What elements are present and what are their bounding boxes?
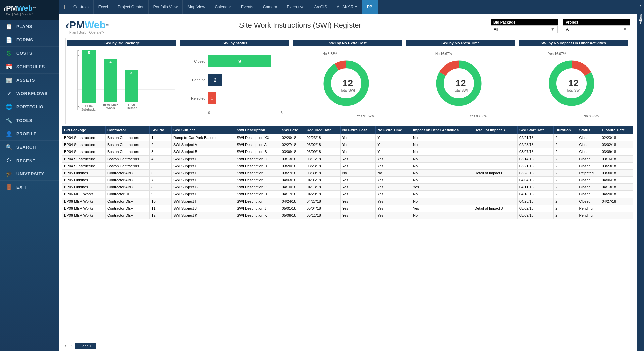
table-cell: SWI Description I <box>235 198 280 205</box>
nav-map-view[interactable]: Map View <box>183 0 210 14</box>
table-cell: SWI Description E <box>235 170 280 177</box>
table-cell: SWI Subject F <box>171 177 235 184</box>
no-label-time: No 16.67% <box>435 52 452 56</box>
table-row[interactable]: BP05 FinishesContractor ABC7SWI Subject … <box>62 177 633 184</box>
status-pending-bar: 2 <box>208 74 282 86</box>
sidebar-item-portfolio[interactable]: 🌐 PORTFOLIO <box>0 100 59 114</box>
nav-portfolio-view[interactable]: Portfolio View <box>149 0 183 14</box>
status-closed-bar: 9 <box>208 55 282 67</box>
table-cell: SWI Subject H <box>171 191 235 198</box>
sidebar-item-search[interactable]: 🔍 SEARCH <box>0 141 59 154</box>
col-no-extra-cost: No Extra Cost <box>340 126 376 134</box>
table-cell: Yes <box>340 177 376 184</box>
col-duration: Duration <box>554 126 577 134</box>
table-cell: Yes <box>340 205 376 212</box>
table-row[interactable]: BP06 MEP WorksContractor DEF11SWI Subjec… <box>62 205 633 212</box>
collapse-icon[interactable]: › <box>640 0 641 11</box>
sidebar-item-recent[interactable]: ⏱ RECENT <box>0 154 59 167</box>
table-row[interactable]: BP05 FinishesContractor ABC8SWI Subject … <box>62 184 633 191</box>
table-cell: 5 <box>150 163 172 170</box>
table-cell: 2 <box>554 163 577 170</box>
table-cell: SWI Subject I <box>171 198 235 205</box>
sidebar-item-university-label: UNIVERSITY <box>16 171 44 176</box>
sidebar-item-tools-label: TOOLS <box>16 118 32 123</box>
col-swi-no: SWI No. <box>150 126 172 134</box>
table-cell: Boston Contractors <box>106 163 150 170</box>
nav-controls[interactable]: Controls <box>69 0 94 14</box>
table-row[interactable]: BP04 SubstructureBoston Contractors5SWI … <box>62 163 633 170</box>
table-row[interactable]: BP05 FinishesContractor ABC6SWI Subject … <box>62 170 633 177</box>
filters-label[interactable]: Filters <box>638 11 642 28</box>
sidebar-item-costs[interactable]: 💲 COSTS <box>0 47 59 60</box>
prev-page-button[interactable]: ‹ <box>62 343 69 349</box>
exit-icon: 🚪 <box>5 184 13 190</box>
status-pending-fill: 2 <box>208 74 222 86</box>
info-icon[interactable]: ℹ <box>60 4 69 10</box>
bid-package-filter: Bid Package All ▼ <box>491 19 558 33</box>
table-row[interactable]: BP06 MEP WorksContractor DEF12SWI Subjec… <box>62 212 633 219</box>
nav-pbi[interactable]: PBI <box>362 0 378 14</box>
nav-executive[interactable]: Executive <box>282 0 309 14</box>
bar-bp06: 4 BP06 MEPWorks <box>103 59 118 110</box>
sidebar-item-tools[interactable]: 🔧 TOOLS <box>0 114 59 127</box>
bar-bp04: 5 BP04Substruct... <box>81 50 97 111</box>
table-cell: Closed <box>577 148 600 156</box>
sidebar-item-plans[interactable]: 📋 PLANS <box>0 20 59 33</box>
table-row[interactable]: BP04 SubstructureBoston Contractors4SWI … <box>62 156 633 163</box>
chart-no-extra-cost-title: SWI by No Extra Cost <box>293 40 402 46</box>
table-row[interactable]: BP06 MEP WorksContractor DEF10SWI Subjec… <box>62 198 633 205</box>
sidebar-item-exit[interactable]: 🚪 EXIT <box>0 181 59 194</box>
nav-arcgis[interactable]: ArcGIS <box>309 0 332 14</box>
table-cell: No <box>411 163 473 170</box>
table-row[interactable]: BP04 SubstructureBoston Contractors1Ramp… <box>62 134 633 141</box>
page-tab[interactable]: Page 1 <box>75 343 96 349</box>
sidebar-item-profile[interactable]: 👤 PROFILE <box>0 127 59 141</box>
table-cell: Contractor DEF <box>106 191 150 198</box>
table-cell: Boston Contractors <box>106 141 150 148</box>
table-row[interactable]: BP04 SubstructureBoston Contractors2SWI … <box>62 141 633 148</box>
table-cell: SWI Subject C <box>171 156 235 163</box>
bar-chart-inner: 420 5 BP04Substruct... <box>77 50 175 110</box>
nav-al-akaria[interactable]: AL AKARIA <box>332 0 362 14</box>
table-row[interactable]: BP04 SubstructureBoston Contractors3SWI … <box>62 148 633 156</box>
col-swi-description: SWI Description <box>235 126 280 134</box>
nav-camera[interactable]: Camera <box>258 0 282 14</box>
table-cell: SWI Subject E <box>171 170 235 177</box>
bid-package-select[interactable]: All ▼ <box>491 25 558 33</box>
table-cell: BP04 Substructure <box>62 134 106 141</box>
table-cell: Detail of Impact E <box>473 170 517 177</box>
table-cell: Yes <box>376 184 411 191</box>
sidebar-item-university[interactable]: 🎓 UNIVERSITY <box>0 167 59 181</box>
table-cell: SWI Description XX <box>235 134 280 141</box>
nav-calendar[interactable]: Calendar <box>210 0 236 14</box>
table-cell: 03/14/18 <box>517 156 553 163</box>
table-cell: Yes <box>340 134 376 141</box>
table-cell: BP06 MEP Works <box>62 205 106 212</box>
nav-project-center[interactable]: Project Center <box>113 0 149 14</box>
next-page-button[interactable]: › <box>69 343 75 349</box>
table-cell: BP04 Substructure <box>62 148 106 156</box>
no-label-cost: No 8.33% <box>323 52 337 56</box>
dropdown-arrow-icon: ▼ <box>551 27 555 32</box>
recent-icon: ⏱ <box>5 158 13 164</box>
col-required-date: Required Date <box>305 126 340 134</box>
table-cell: Yes <box>340 191 376 198</box>
donut-no-impact: Yes 16.67% 12 Total SWI No 83.33% <box>519 48 628 122</box>
sidebar-item-forms[interactable]: 📄 FORMS <box>0 33 59 47</box>
table-cell: BP04 Substructure <box>62 141 106 148</box>
sidebar-item-assets[interactable]: 🏢 ASSETS <box>0 74 59 87</box>
nav-excel[interactable]: Excel <box>94 0 113 14</box>
table-row[interactable]: BP06 MEP WorksContractor DEF9SWI Subject… <box>62 191 633 198</box>
table-cell: 6 <box>150 170 172 177</box>
table-cell: 04/04/18 <box>517 177 553 184</box>
nav-events[interactable]: Events <box>236 0 258 14</box>
sidebar-item-search-label: SEARCH <box>16 145 36 150</box>
table-cell: 03/16/18 <box>305 156 340 163</box>
status-chart: Closed 9 Pending 2 Rejected <box>180 48 289 122</box>
project-select[interactable]: All ▼ <box>563 25 630 33</box>
top-navigation: ℹ Controls Excel Project Center Portfoli… <box>59 0 637 14</box>
sidebar-item-schedules[interactable]: 📅 SCHEDULES <box>0 60 59 74</box>
table-cell: 2 <box>554 141 577 148</box>
table-cell: 04/27/18 <box>305 198 340 205</box>
sidebar-item-workflows[interactable]: ✔ WORKFLOWS <box>0 87 59 100</box>
